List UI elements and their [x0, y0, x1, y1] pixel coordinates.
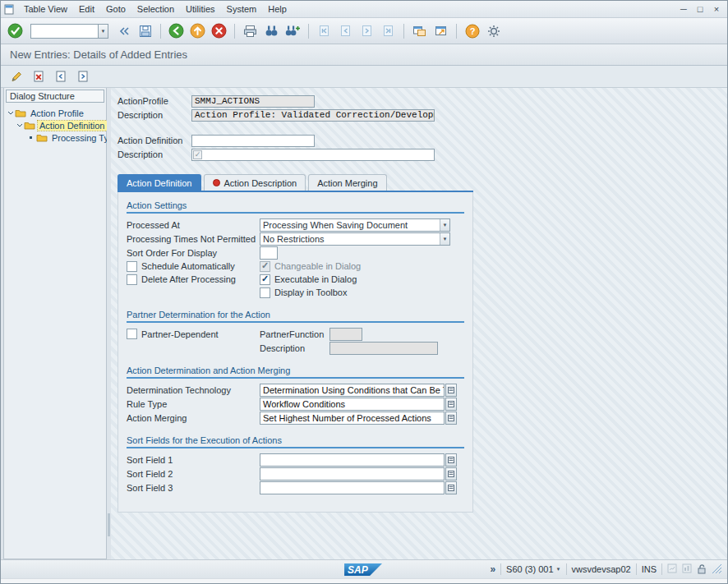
tree-item-action-definition[interactable]: Action Definition — [6, 119, 106, 131]
value-help-icon[interactable] — [445, 412, 457, 425]
partner-description-label: Description — [260, 343, 329, 353]
expand-messages-icon[interactable]: » — [490, 563, 495, 575]
section-title: Action Determination and Action Merging — [127, 366, 464, 377]
section-rule — [127, 321, 464, 323]
print-button[interactable] — [241, 21, 260, 40]
enter-button[interactable] — [6, 21, 25, 40]
menu-system[interactable]: System — [221, 2, 263, 16]
value-help-icon[interactable] — [445, 467, 457, 481]
sort-field-1-label: Sort Field 1 — [127, 455, 260, 465]
checkbox-label: Executable in Dialog — [274, 274, 357, 284]
cancel-button[interactable] — [210, 21, 228, 40]
find-button[interactable] — [262, 21, 281, 40]
action-definition-input[interactable] — [191, 135, 315, 147]
partner-function-input[interactable] — [329, 328, 362, 341]
maximize-button[interactable]: □ — [693, 3, 707, 16]
expand-chevron-icon[interactable] — [15, 123, 24, 127]
save-button[interactable] — [136, 21, 154, 40]
action-merging-field[interactable]: Set Highest Number of Processed Actions — [260, 412, 445, 425]
exit-button[interactable] — [188, 21, 207, 40]
value-help-icon[interactable] — [445, 384, 457, 397]
command-dropdown-icon[interactable]: ▼ — [98, 24, 108, 39]
insert-mode-indicator[interactable]: INS — [642, 564, 657, 574]
close-button[interactable]: × — [709, 3, 724, 16]
system-session-combo[interactable]: S60 (3) 001 ▼ — [506, 564, 560, 574]
tab-action-definition[interactable]: Action Definition — [117, 174, 201, 191]
sort-order-input[interactable] — [260, 246, 278, 260]
new-session-button[interactable] — [410, 21, 429, 40]
edit-entry-icon[interactable] — [7, 68, 25, 85]
lock-icon[interactable] — [697, 563, 707, 576]
tab-action-description[interactable]: Action Description — [204, 174, 306, 191]
previous-entry-icon[interactable] — [52, 68, 70, 85]
network-status-icon — [667, 563, 677, 575]
sort-field-3-input[interactable] — [260, 481, 445, 494]
tree-item-processing-types[interactable]: Processing Types — [6, 131, 106, 144]
processed-at-label: Processed At — [127, 220, 260, 230]
action-definition-label: Action Definition — [117, 136, 191, 145]
chevron-down-icon: ▼ — [556, 567, 561, 572]
scripting-status-icon — [682, 563, 692, 575]
executable-in-dialog-checkbox[interactable] — [260, 274, 270, 285]
definition-description-input[interactable] — [191, 149, 435, 161]
sap-gui-window: Table View Edit Goto Selection Utilities… — [0, 0, 728, 584]
content-area: ActionProfile SMMJ_ACTIONS Description A… — [111, 88, 727, 559]
delete-entry-icon[interactable] — [30, 68, 48, 85]
partner-dependent-checkbox[interactable] — [127, 329, 137, 339]
splitter-grip[interactable] — [108, 513, 110, 536]
value-help-icon[interactable] — [445, 481, 457, 494]
expand-chevron-icon[interactable] — [6, 111, 15, 115]
first-page-button[interactable] — [315, 21, 334, 40]
sort-order-label: Sort Order For Display — [127, 248, 260, 258]
tree-item-action-profile[interactable]: Action Profile — [6, 107, 106, 119]
rule-type-field[interactable]: Workflow Conditions — [260, 398, 445, 411]
sort-field-1-input[interactable] — [260, 453, 445, 467]
changeable-in-dialog-checkbox — [260, 261, 270, 272]
section-partner-determination: Partner Determination for the Action Par… — [127, 310, 464, 355]
checkbox-label: Changeable in Dialog — [274, 261, 361, 271]
tab-action-merging[interactable]: Action Merging — [308, 174, 386, 191]
find-next-button[interactable] — [283, 21, 302, 40]
partner-description-field — [329, 342, 438, 355]
display-in-toolbox-checkbox[interactable] — [260, 287, 270, 298]
menu-goto[interactable]: Goto — [100, 2, 131, 16]
checkbox-label: Delete After Processing — [141, 274, 236, 284]
section-rule — [127, 447, 464, 448]
menu-selection[interactable]: Selection — [131, 2, 180, 16]
next-page-button[interactable] — [357, 21, 376, 40]
standard-toolbar: ▼ — [1, 18, 727, 44]
next-entry-icon[interactable] — [74, 68, 92, 85]
profile-description-field[interactable]: Action Profile: Validated Correction/Dev… — [191, 109, 435, 122]
sort-field-2-input[interactable] — [260, 467, 445, 481]
status-bar: SAP » S60 (3) 001 ▼ vwsvdevsap02 INS — [1, 559, 727, 578]
schedule-automatically-checkbox[interactable] — [127, 261, 137, 272]
menu-edit[interactable]: Edit — [73, 2, 100, 16]
last-page-button[interactable] — [379, 21, 398, 40]
dialog-structure-panel: Dialog Structure Action Profile Action D… — [3, 88, 107, 559]
back-button[interactable] — [167, 21, 186, 40]
minimize-button[interactable]: ─ — [676, 3, 691, 16]
determination-technology-field[interactable]: Determination Using Conditions that Can … — [260, 384, 445, 397]
value-help-icon[interactable] — [445, 398, 457, 411]
processed-at-dropdown[interactable]: Processing When Saving Document ▼ — [260, 218, 450, 232]
sort-field-2-label: Sort Field 2 — [127, 469, 260, 479]
system-menu-icon[interactable] — [4, 4, 15, 15]
menu-table-view[interactable]: Table View — [18, 2, 73, 16]
main-area: Dialog Structure Action Profile Action D… — [1, 88, 727, 559]
create-shortcut-button[interactable] — [431, 21, 450, 40]
action-profile-field[interactable]: SMMJ_ACTIONS — [191, 95, 315, 108]
delete-after-processing-checkbox[interactable] — [127, 274, 137, 285]
resize-grip-icon[interactable] — [712, 563, 722, 576]
help-button[interactable]: ? — [463, 21, 481, 40]
value-help-icon[interactable] — [445, 453, 457, 467]
menu-help[interactable]: Help — [262, 2, 293, 16]
processing-times-dropdown[interactable]: No Restrictions ▼ — [260, 232, 450, 246]
menu-utilities[interactable]: Utilities — [180, 2, 220, 16]
host-name: vwsvdevsap02 — [572, 564, 631, 574]
customize-layout-button[interactable] — [484, 21, 503, 40]
command-input[interactable] — [30, 24, 98, 39]
section-title: Sort Fields for the Execution of Actions — [127, 435, 464, 447]
previous-page-button[interactable] — [336, 21, 355, 40]
folder-icon — [36, 133, 48, 142]
collapse-chevrons-icon[interactable] — [114, 21, 133, 40]
